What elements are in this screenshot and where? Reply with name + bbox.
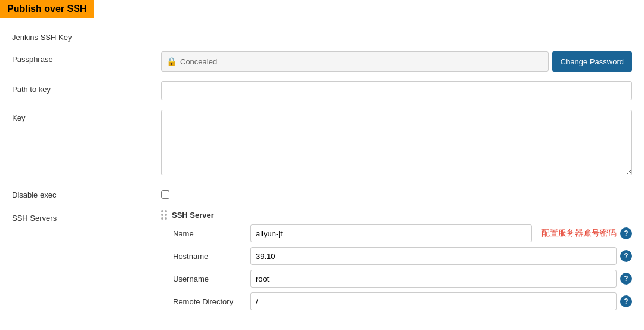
remote-directory-input[interactable] [250, 292, 617, 310]
name-label: Name [173, 229, 250, 238]
page-header: Publish over SSH [0, 0, 94, 18]
hostname-input-wrap: ? [250, 247, 632, 265]
key-field [161, 110, 632, 177]
ssh-servers-label: SSH Servers [12, 210, 161, 223]
drag-dot-4 [165, 214, 167, 216]
main-content: Jenkins SSH Key Passphrase 🔒 Concealed C… [0, 18, 644, 326]
page-title: Publish over SSH [7, 4, 86, 14]
change-password-button[interactable]: Change Password [552, 51, 632, 72]
remote-directory-label: Remote Directory [173, 297, 250, 306]
jenkins-ssh-key-row: Jenkins SSH Key [12, 24, 632, 47]
drag-dot-6 [165, 217, 167, 220]
username-input-wrap: ? [250, 270, 632, 288]
path-to-key-row: Path to key [12, 76, 632, 105]
ssh-inner-form: Name 配置服务器账号密码 ? Hostname ? [173, 224, 632, 310]
disable-exec-row: Disable exec [12, 182, 632, 205]
passphrase-label: Passphrase [12, 51, 161, 64]
key-row: Key [12, 105, 632, 182]
ssh-server-title: SSH Server [172, 211, 214, 220]
passphrase-concealed-text: Concealed [180, 57, 217, 66]
jenkins-ssh-key-label: Jenkins SSH Key [12, 29, 161, 42]
key-label: Key [12, 110, 161, 122]
drag-dot-2 [165, 210, 167, 212]
passphrase-row: Passphrase 🔒 Concealed Change Password [12, 47, 632, 76]
username-input[interactable] [250, 270, 617, 288]
disable-exec-checkbox[interactable] [161, 190, 169, 199]
name-input[interactable] [250, 224, 532, 242]
ssh-servers-row: SSH Servers [12, 205, 632, 320]
passphrase-wrapper: 🔒 Concealed Change Password [161, 51, 632, 72]
hostname-label: Hostname [173, 252, 250, 261]
path-to-key-field [161, 81, 632, 100]
hostname-help-icon[interactable]: ? [620, 250, 632, 262]
ssh-server-block: SSH Server Name 配置服务器账号密码 ? [161, 210, 632, 315]
key-textarea[interactable] [161, 110, 632, 175]
path-to-key-input[interactable] [161, 81, 632, 100]
hostname-input[interactable] [250, 247, 617, 265]
remote-directory-row: Remote Directory ? [173, 292, 632, 310]
name-input-wrap: 配置服务器账号密码 ? [250, 224, 632, 242]
annotation-text: 配置服务器账号密码 [541, 228, 617, 239]
path-to-key-label: Path to key [12, 81, 161, 94]
username-help-icon[interactable]: ? [620, 273, 632, 285]
drag-dot-3 [161, 214, 163, 216]
remote-directory-help-icon[interactable]: ? [620, 295, 632, 307]
drag-dot-1 [161, 210, 163, 212]
drag-dot-5 [161, 217, 163, 220]
disable-exec-label: Disable exec [12, 187, 161, 199]
page-wrapper: Publish over SSH Jenkins SSH Key Passphr… [0, 0, 644, 330]
username-row: Username ? [173, 270, 632, 288]
passphrase-input-wrap: 🔒 Concealed [161, 51, 549, 72]
remote-directory-input-wrap: ? [250, 292, 632, 310]
lock-icon: 🔒 [166, 57, 177, 66]
name-row: Name 配置服务器账号密码 ? [173, 224, 632, 242]
drag-handle[interactable] [161, 210, 167, 220]
passphrase-field: 🔒 Concealed Change Password [161, 51, 632, 72]
ssh-server-header: SSH Server [161, 210, 632, 220]
disable-exec-field [161, 187, 632, 201]
username-label: Username [173, 275, 250, 283]
hostname-row: Hostname ? [173, 247, 632, 265]
name-help-icon[interactable]: ? [620, 227, 632, 239]
